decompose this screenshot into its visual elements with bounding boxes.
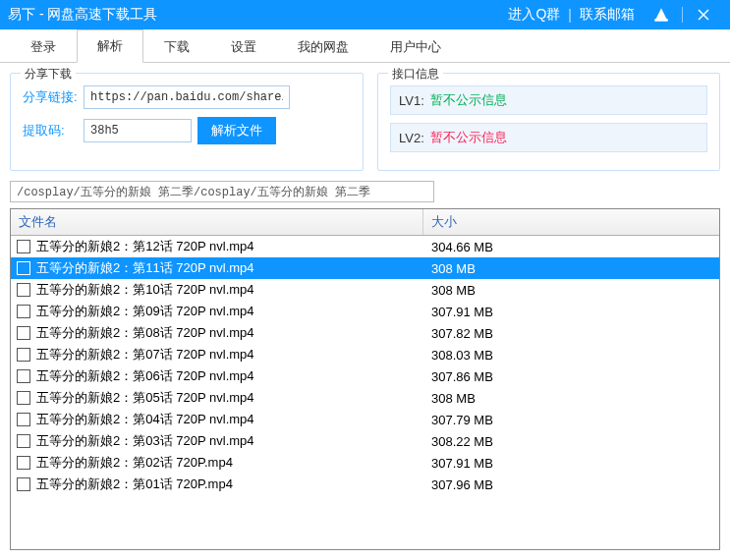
tab-1[interactable]: 解析 — [77, 29, 143, 63]
share-link-label: 分享链接: — [23, 88, 78, 106]
table-row[interactable]: 五等分的新娘2：第08话 720P nvl.mp4307.82 MB — [11, 322, 719, 344]
tab-content: 分享下载 分享链接: 提取码: 解析文件 接口信息 LV1: 暂不公示信息 LV… — [0, 63, 730, 560]
col-size[interactable]: 大小 — [423, 209, 719, 235]
file-name: 五等分的新娘2：第05话 720P nvl.mp4 — [36, 389, 423, 407]
table-row[interactable]: 五等分的新娘2：第01话 720P.mp4307.96 MB — [11, 474, 719, 495]
table-row[interactable]: 五等分的新娘2：第06话 720P nvl.mp4307.86 MB — [11, 365, 719, 387]
file-name: 五等分的新娘2：第08话 720P nvl.mp4 — [36, 324, 423, 342]
qgroup-link[interactable]: 进入Q群 — [500, 6, 568, 24]
checkbox-icon[interactable] — [17, 348, 30, 362]
file-name: 五等分的新娘2：第11话 720P nvl.mp4 — [36, 259, 423, 277]
checkbox-icon[interactable] — [17, 391, 30, 405]
app-title: 易下 - 网盘高速下载工具 — [8, 6, 500, 24]
share-download-panel: 分享下载 分享链接: 提取码: 解析文件 — [10, 73, 364, 171]
file-name: 五等分的新娘2：第03话 720P nvl.mp4 — [36, 432, 423, 450]
table-row[interactable]: 五等分的新娘2：第04话 720P nvl.mp4307.79 MB — [11, 409, 719, 430]
tab-3[interactable]: 设置 — [210, 30, 277, 63]
checkbox-icon[interactable] — [17, 326, 30, 340]
minimize-icon[interactable] — [643, 0, 680, 29]
file-size: 307.82 MB — [423, 326, 713, 341]
api-info-panel: 接口信息 LV1: 暂不公示信息 LV2: 暂不公示信息 — [377, 73, 720, 171]
checkbox-icon[interactable] — [17, 456, 30, 470]
file-size: 308.03 MB — [423, 348, 713, 363]
file-rows: 五等分的新娘2：第12话 720P nvl.mp4304.66 MB五等分的新娘… — [11, 236, 719, 495]
tab-4[interactable]: 我的网盘 — [277, 30, 369, 63]
table-row[interactable]: 五等分的新娘2：第12话 720P nvl.mp4304.66 MB — [11, 236, 719, 257]
file-name: 五等分的新娘2：第01话 720P.mp4 — [36, 476, 423, 493]
checkbox-icon[interactable] — [17, 369, 30, 383]
checkbox-icon[interactable] — [17, 477, 30, 491]
lv1-row: LV1: 暂不公示信息 — [390, 85, 707, 115]
table-row[interactable]: 五等分的新娘2：第10话 720P nvl.mp4308 MB — [11, 279, 719, 301]
file-name: 五等分的新娘2：第06话 720P nvl.mp4 — [36, 367, 423, 385]
contact-mail-link[interactable]: 联系邮箱 — [572, 6, 643, 24]
col-filename[interactable]: 文件名 — [11, 209, 423, 235]
lv1-value: 暂不公示信息 — [430, 91, 507, 109]
checkbox-icon[interactable] — [17, 240, 30, 253]
table-row[interactable]: 五等分的新娘2：第03话 720P nvl.mp4308.22 MB — [11, 430, 719, 452]
api-panel-legend: 接口信息 — [388, 66, 443, 83]
table-row[interactable]: 五等分的新娘2：第11话 720P nvl.mp4308 MB — [11, 257, 719, 279]
tab-bar: 登录解析下载设置我的网盘用户中心 — [0, 29, 730, 63]
file-size: 308 MB — [423, 283, 713, 298]
file-size: 307.91 MB — [423, 456, 713, 471]
lv2-label: LV2: — [399, 131, 424, 145]
lv2-row: LV2: 暂不公示信息 — [390, 123, 707, 152]
svg-rect-0 — [655, 20, 667, 21]
table-row[interactable]: 五等分的新娘2：第02话 720P.mp4307.91 MB — [11, 452, 719, 474]
checkbox-icon[interactable] — [17, 305, 30, 318]
extraction-code-label: 提取码: — [23, 122, 78, 140]
file-name: 五等分的新娘2：第07话 720P nvl.mp4 — [36, 346, 423, 364]
tab-0[interactable]: 登录 — [10, 30, 77, 63]
table-row[interactable]: 五等分的新娘2：第09话 720P nvl.mp4307.91 MB — [11, 301, 719, 322]
file-name: 五等分的新娘2：第02话 720P.mp4 — [36, 454, 423, 472]
share-panel-legend: 分享下载 — [21, 66, 76, 83]
file-size: 307.91 MB — [423, 305, 713, 319]
parse-file-button[interactable]: 解析文件 — [197, 117, 276, 144]
titlebar-links: 进入Q群 | 联系邮箱 — [500, 6, 643, 24]
checkbox-icon[interactable] — [17, 261, 30, 275]
file-name: 五等分的新娘2：第09话 720P nvl.mp4 — [36, 303, 423, 320]
lv2-value: 暂不公示信息 — [430, 129, 507, 146]
file-size: 308 MB — [423, 261, 713, 276]
file-name: 五等分的新娘2：第10话 720P nvl.mp4 — [36, 281, 423, 299]
file-size: 308 MB — [423, 391, 713, 406]
table-row[interactable]: 五等分的新娘2：第07话 720P nvl.mp4308.03 MB — [11, 344, 719, 365]
titlebar-divider — [682, 7, 683, 23]
checkbox-icon[interactable] — [17, 283, 30, 297]
checkbox-icon[interactable] — [17, 434, 30, 448]
tab-2[interactable]: 下载 — [143, 30, 210, 63]
tab-5[interactable]: 用户中心 — [369, 30, 462, 63]
checkbox-icon[interactable] — [17, 413, 30, 426]
file-size: 304.66 MB — [423, 240, 713, 254]
file-size: 307.86 MB — [423, 369, 713, 384]
titlebar: 易下 - 网盘高速下载工具 进入Q群 | 联系邮箱 — [0, 0, 730, 29]
extraction-code-input[interactable] — [84, 119, 192, 142]
file-table: 文件名 大小 五等分的新娘2：第12话 720P nvl.mp4304.66 M… — [10, 208, 720, 550]
close-icon[interactable] — [685, 0, 722, 29]
file-size: 307.79 MB — [423, 413, 713, 427]
lv1-label: LV1: — [399, 93, 424, 108]
file-size: 307.96 MB — [423, 477, 713, 492]
file-name: 五等分的新娘2：第04话 720P nvl.mp4 — [36, 411, 423, 428]
table-row[interactable]: 五等分的新娘2：第05话 720P nvl.mp4308 MB — [11, 387, 719, 409]
share-link-input[interactable] — [84, 85, 290, 109]
path-input[interactable] — [10, 181, 434, 202]
file-name: 五等分的新娘2：第12话 720P nvl.mp4 — [36, 238, 423, 255]
file-size: 308.22 MB — [423, 434, 713, 449]
